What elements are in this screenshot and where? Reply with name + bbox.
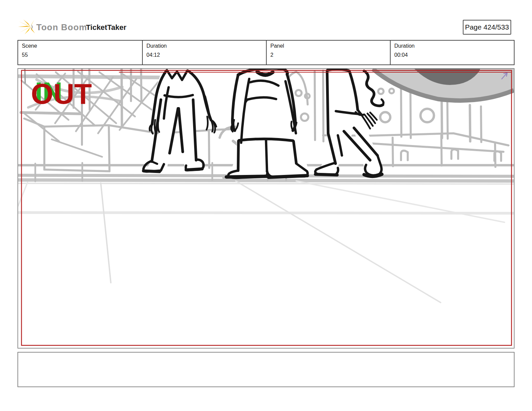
scene-label: Scene — [22, 43, 138, 49]
caption-box — [17, 352, 515, 387]
panel-drawing: IN OUT — [18, 69, 514, 348]
panel-duration-value: 00:04 — [394, 52, 510, 58]
panel-info-table: Scene 55 Duration 04:12 Panel 2 Duration… — [17, 40, 515, 65]
scene-cell: Scene 55 — [18, 41, 142, 64]
panel-duration-cell: Duration 00:04 — [390, 41, 514, 64]
storyboard-panel: IN OUT — [17, 68, 515, 349]
awning-shape — [373, 69, 514, 100]
panel-number-label: Panel — [270, 43, 386, 49]
scene-value: 55 — [22, 52, 138, 58]
character-left — [143, 70, 216, 172]
character-right — [315, 69, 384, 176]
brand-wordmark: Toon Boom — [36, 22, 87, 33]
in-out-sign: IN OUT — [31, 77, 92, 110]
panel-duration-label: Duration — [394, 43, 510, 49]
character-middle — [226, 69, 308, 178]
page-number-label: Page 424/533 — [465, 23, 509, 31]
scene-duration-value: 04:12 — [146, 52, 262, 58]
scene-duration-label: Duration — [146, 43, 262, 49]
sign-out-text: OUT — [31, 78, 92, 110]
scene-duration-cell: Duration 04:12 — [142, 41, 266, 64]
panel-number-value: 2 — [270, 52, 386, 58]
floor-lines — [18, 181, 514, 303]
toon-boom-logo-icon — [18, 19, 35, 35]
panel-number-cell: Panel 2 — [266, 41, 390, 64]
page-number-box: Page 424/533 — [463, 20, 511, 35]
project-title: TicketTaker — [86, 23, 126, 32]
